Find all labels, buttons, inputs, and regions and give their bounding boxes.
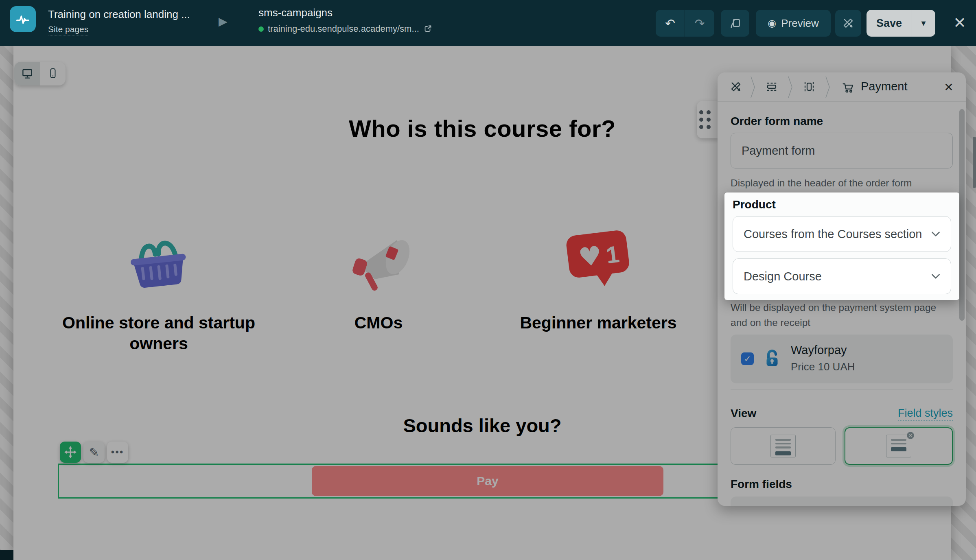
redo-button[interactable]: ↷ [685, 10, 714, 37]
preview-button[interactable]: ◉ Preview [756, 10, 831, 37]
save-dropdown-caret[interactable]: ▾ [912, 10, 935, 37]
product-course-value: Design Course [744, 270, 822, 283]
published-status-dot [258, 26, 264, 32]
product-source-select[interactable]: Courses from the Courses section [733, 216, 951, 252]
design-tools-button[interactable] [835, 10, 861, 37]
save-button[interactable]: Save [867, 17, 912, 30]
product-course-select[interactable]: Design Course [733, 258, 951, 294]
preview-target-icon: ◉ [768, 18, 776, 29]
editor-stage: Who is this course for? Online store and… [0, 0, 976, 560]
undo-button[interactable]: ↶ [656, 10, 685, 37]
site-pages-link[interactable]: Site pages [48, 24, 88, 35]
product-label: Product [733, 198, 776, 211]
page-url-link[interactable]: training-edu.sendpulse.academy/sm... [268, 24, 419, 34]
external-link-icon[interactable] [423, 24, 432, 33]
chevron-down-icon [931, 273, 940, 279]
undo-redo-group: ↶ ↷ [656, 10, 714, 37]
product-highlight-block: Product Courses from the Courses section… [724, 192, 959, 300]
save-split-button: Save ▾ [867, 10, 935, 37]
breadcrumb-arrow-icon: ▶ [219, 15, 228, 28]
page-name: sms-campaigns [258, 7, 333, 19]
page-url-row: training-edu.sendpulse.academy/sm... [258, 24, 432, 34]
pulse-icon [13, 10, 32, 28]
design-theme-button[interactable] [721, 10, 749, 37]
brush-icon [729, 17, 742, 30]
close-editor-icon[interactable]: ✕ [949, 12, 970, 33]
dim-overlay [0, 46, 976, 560]
chevron-down-icon [931, 231, 940, 237]
preview-label: Preview [781, 17, 818, 30]
project-title: Training on creation landing ... [48, 8, 190, 21]
app-logo[interactable] [10, 6, 36, 32]
top-bar: Training on creation landing ... Site pa… [0, 0, 976, 46]
product-source-value: Courses from the Courses section [744, 228, 922, 241]
pencil-ruler-icon [842, 17, 854, 29]
